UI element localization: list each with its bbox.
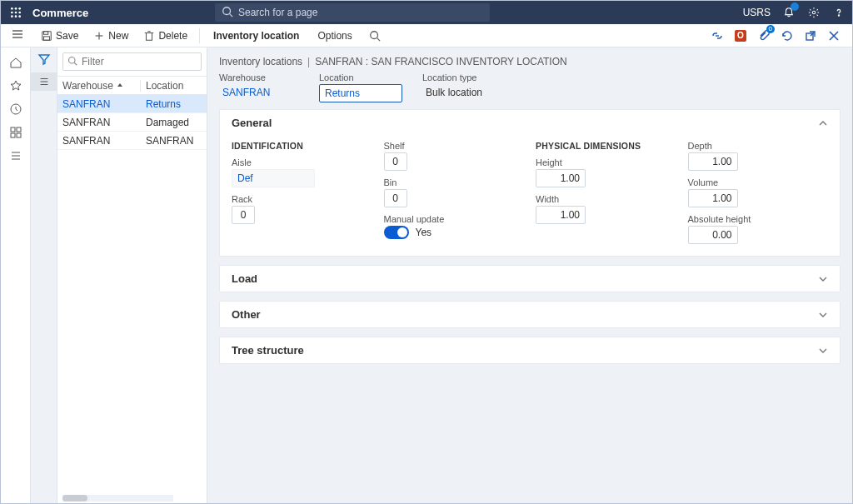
breadcrumb: Inventory locations | SANFRAN : SAN FRAN… [219, 56, 841, 67]
bin-input[interactable] [384, 189, 407, 207]
general-title: General [232, 117, 272, 129]
svg-line-10 [230, 14, 233, 17]
location-input[interactable] [319, 84, 402, 102]
link-icon[interactable] [711, 29, 724, 42]
app-header: Commerce USRS [1, 1, 852, 24]
list-filter-input[interactable] [62, 52, 202, 71]
tree-structure-section: Tree structure [219, 337, 841, 364]
cell-location: SANFRAN [141, 135, 207, 147]
options-tab[interactable]: Options [309, 27, 360, 45]
settings-icon[interactable] [807, 6, 821, 19]
chevron-down-icon [818, 310, 828, 320]
svg-line-25 [377, 37, 380, 41]
svg-point-1 [15, 7, 17, 10]
svg-rect-34 [11, 133, 15, 137]
field-label: Shelf [384, 141, 525, 151]
toggle-value: Yes [416, 227, 432, 238]
load-section: Load [219, 265, 841, 292]
delete-button[interactable]: Delete [137, 27, 194, 45]
breadcrumb-root[interactable]: Inventory locations [219, 56, 302, 67]
list-tools-rail [31, 47, 57, 503]
other-header[interactable]: Other [220, 302, 840, 327]
col-warehouse-label: Warehouse [62, 80, 113, 92]
col-location[interactable]: Location [141, 80, 207, 92]
popout-icon[interactable] [804, 29, 817, 42]
search-input[interactable] [215, 3, 490, 22]
svg-rect-33 [17, 127, 21, 132]
notifications-badge [791, 2, 799, 11]
shelf-input[interactable] [384, 152, 407, 171]
breadcrumb-current: SANFRAN : SAN FRANCISCO INVENTORY LOCATI… [315, 56, 567, 67]
search-icon [67, 56, 77, 66]
table-row[interactable]: SANFRAN Damaged [57, 113, 207, 132]
svg-point-11 [812, 11, 816, 14]
svg-point-5 [18, 12, 21, 14]
tree-header[interactable]: Tree structure [220, 337, 840, 363]
list-view-icon[interactable] [31, 72, 57, 91]
physical-heading: PHYSICAL DIMENSIONS [536, 141, 676, 151]
chevron-down-icon [818, 274, 828, 284]
col-warehouse[interactable]: Warehouse [57, 80, 141, 92]
workspaces-icon[interactable] [9, 126, 22, 139]
svg-point-0 [11, 7, 13, 10]
field-label: Depth [688, 141, 829, 151]
notifications-icon[interactable] [782, 6, 796, 19]
field-label: Volume [688, 177, 829, 187]
nav-rail [1, 47, 31, 503]
global-search [215, 3, 490, 22]
action-bar: Save New Delete Inventory location Optio… [1, 24, 852, 47]
recent-icon[interactable] [9, 102, 22, 116]
general-header[interactable]: General [220, 110, 840, 136]
field-label: Absolute height [688, 214, 829, 224]
user-label[interactable]: USRS [743, 7, 771, 18]
svg-rect-17 [44, 31, 48, 34]
filter-icon[interactable] [37, 52, 51, 66]
rack-field: Rack [232, 194, 372, 224]
width-input[interactable] [536, 206, 586, 224]
svg-point-3 [11, 12, 13, 14]
new-button[interactable]: New [87, 27, 135, 45]
other-section: Other [219, 301, 841, 328]
width-field: Width [536, 194, 676, 224]
absolute-height-field: Absolute height [688, 214, 829, 244]
svg-line-43 [74, 62, 77, 65]
table-row[interactable]: SANFRAN Returns [57, 95, 207, 113]
help-icon[interactable] [832, 6, 846, 19]
chevron-up-icon [818, 118, 828, 128]
office-icon[interactable]: O [734, 29, 747, 42]
save-button[interactable]: Save [34, 27, 85, 45]
table-row[interactable]: SANFRAN SANFRAN [57, 132, 207, 150]
absolute-height-input[interactable] [688, 226, 738, 244]
attachments-badge: 0 [766, 25, 775, 33]
location-type-value: Bulk location [422, 84, 531, 101]
manual-update-toggle[interactable] [384, 226, 409, 239]
attachments-icon[interactable]: 0 [757, 29, 771, 42]
refresh-icon[interactable] [781, 29, 794, 42]
volume-input[interactable] [688, 189, 738, 207]
cell-warehouse: SANFRAN [57, 98, 141, 110]
field-label: Location [319, 72, 402, 82]
action-search-icon[interactable] [369, 30, 381, 42]
load-title: Load [232, 272, 257, 285]
cell-location: Damaged [141, 117, 207, 128]
home-icon[interactable] [9, 56, 22, 69]
height-field: Height [536, 157, 676, 187]
other-title: Other [232, 308, 261, 321]
aisle-value[interactable]: Def [232, 169, 315, 187]
depth-input[interactable] [688, 152, 738, 171]
app-launcher-icon[interactable] [7, 4, 24, 21]
list-table: Warehouse Location SANFRAN Returns SANFR… [57, 76, 207, 150]
height-input[interactable] [536, 169, 586, 187]
page-title-tab[interactable]: Inventory location [205, 27, 307, 45]
close-icon[interactable] [827, 29, 841, 42]
svg-rect-21 [147, 32, 152, 40]
favorite-icon[interactable] [9, 79, 22, 92]
svg-point-42 [69, 57, 76, 64]
nav-collapse-icon[interactable] [11, 27, 24, 41]
modules-icon[interactable] [9, 149, 22, 162]
load-header[interactable]: Load [220, 266, 840, 292]
horizontal-scrollbar[interactable] [62, 495, 173, 502]
rack-input[interactable] [232, 206, 255, 224]
field-label: Width [536, 194, 676, 204]
warehouse-link[interactable]: SANFRAN [219, 84, 299, 101]
